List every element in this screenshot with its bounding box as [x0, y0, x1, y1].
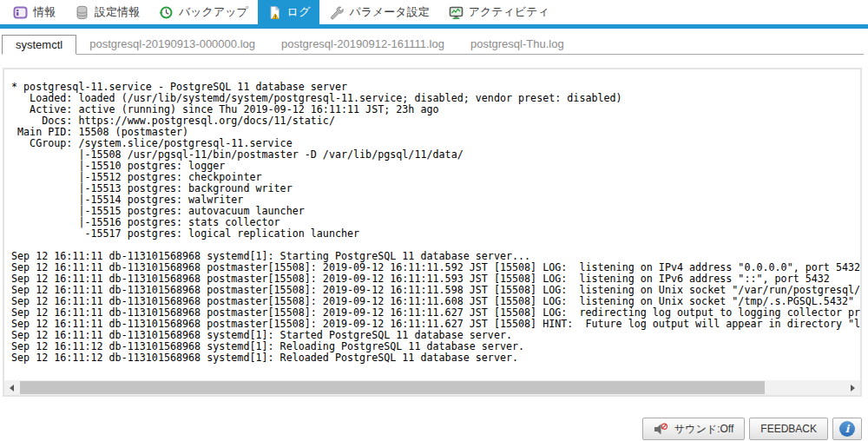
scroll-right-button[interactable]	[845, 380, 860, 395]
horizontal-scrollbar[interactable]	[4, 380, 860, 395]
nav-item-parameter-settings[interactable]: パラメータ設定	[319, 0, 438, 24]
nav-item-backup[interactable]: バックアップ	[149, 0, 258, 24]
tab-systemctl[interactable]: systemctl	[2, 35, 76, 55]
footer-toolbar: サウンド:Off FEEDBACK i	[642, 418, 862, 440]
wrench-icon	[329, 5, 344, 20]
nav-item-label: バックアップ	[179, 4, 248, 20]
activity-icon	[449, 5, 464, 20]
nav-item-label: 設定情報	[95, 4, 140, 20]
speaker-muted-icon	[654, 423, 668, 436]
top-nav: 情報 設定情報 バックアップ	[0, 0, 868, 24]
nav-item-label: アクティビティ	[469, 4, 549, 20]
nav-accent-bar	[0, 24, 868, 29]
log-output: * postgresql-11.service - PostgreSQL 11 …	[4, 69, 860, 364]
log-viewport: * postgresql-11.service - PostgreSQL 11 …	[4, 69, 860, 380]
nav-item-activity[interactable]: アクティビティ	[439, 0, 559, 24]
info-icon	[13, 5, 28, 20]
tab-postgresql-20190913[interactable]: postgresql-20190913-000000.log	[76, 35, 268, 54]
tab-postgresql-thu[interactable]: postgresql-Thu.log	[457, 35, 577, 54]
database-icon	[75, 5, 89, 20]
scroll-left-icon	[10, 385, 14, 392]
nav-item-settings-info[interactable]: 設定情報	[65, 0, 149, 24]
tab-postgresql-20190912[interactable]: postgresql-20190912-161111.log	[268, 35, 457, 54]
nav-item-log[interactable]: ログ	[258, 0, 320, 24]
help-info-button[interactable]: i	[832, 418, 862, 440]
sound-toggle-button[interactable]: サウンド:Off	[642, 418, 745, 440]
scroll-right-icon	[851, 385, 855, 392]
log-line: Sep 12 16:11:12 db-113101568968 systemd[…	[11, 352, 860, 364]
backup-icon	[159, 5, 174, 20]
feedback-button-label: FEEDBACK	[760, 423, 817, 435]
scroll-left-button[interactable]	[4, 380, 19, 395]
nav-item-label: ログ	[287, 4, 311, 20]
info-icon: i	[839, 421, 855, 437]
log-line: -15517 postgres: logical replication lau…	[11, 228, 860, 240]
log-file-tabstrip: systemctl postgresql-20190913-000000.log…	[2, 35, 864, 55]
nav-item-label: パラメータ設定	[349, 4, 429, 20]
app-window: 情報 設定情報 バックアップ	[0, 0, 868, 441]
nav-item-label: 情報	[33, 4, 56, 20]
feedback-button[interactable]: FEEDBACK	[749, 418, 828, 440]
nav-item-info[interactable]: 情報	[3, 0, 65, 24]
sound-button-label: サウンド:Off	[674, 422, 733, 437]
log-panel: * postgresql-11.service - PostgreSQL 11 …	[3, 68, 862, 397]
scrollbar-thumb[interactable]	[20, 381, 765, 394]
log-icon	[267, 5, 282, 20]
